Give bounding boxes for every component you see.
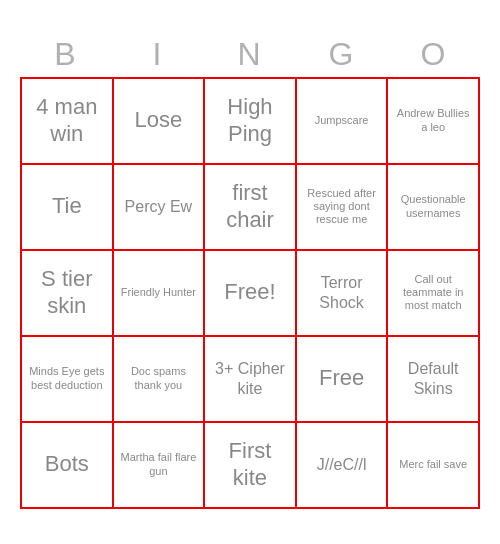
bingo-cell-3: Jumpscare: [297, 79, 389, 165]
bingo-cell-0: 4 man win: [22, 79, 114, 165]
bingo-cell-22: First kite: [205, 423, 297, 509]
bingo-cell-13: Terror Shock: [297, 251, 389, 337]
bingo-cell-10: S tier skin: [22, 251, 114, 337]
bingo-cell-6: Percy Ew: [114, 165, 206, 251]
bingo-cell-5: Tie: [22, 165, 114, 251]
bingo-board: B I N G O 4 man winLoseHigh PingJumpscar…: [10, 26, 490, 519]
bingo-grid: 4 man winLoseHigh PingJumpscareAndrew Bu…: [20, 77, 480, 509]
bingo-cell-8: Rescued after saying dont rescue me: [297, 165, 389, 251]
bingo-cell-18: Free: [297, 337, 389, 423]
bingo-cell-14: Call out teammate in most match: [388, 251, 480, 337]
bingo-cell-1: Lose: [114, 79, 206, 165]
bingo-cell-11: Friendly Hunter: [114, 251, 206, 337]
header-n: N: [204, 36, 296, 73]
bingo-cell-19: Default Skins: [388, 337, 480, 423]
header-o: O: [388, 36, 480, 73]
bingo-cell-17: 3+ Cipher kite: [205, 337, 297, 423]
header-i: I: [112, 36, 204, 73]
bingo-cell-21: Martha fail flare gun: [114, 423, 206, 509]
bingo-cell-20: Bots: [22, 423, 114, 509]
bingo-cell-2: High Ping: [205, 79, 297, 165]
bingo-cell-15: Minds Eye gets best deduction: [22, 337, 114, 423]
bingo-cell-23: J//eC//l: [297, 423, 389, 509]
bingo-cell-4: Andrew Bullies a leo: [388, 79, 480, 165]
header-b: B: [20, 36, 112, 73]
bingo-cell-9: Questionable usernames: [388, 165, 480, 251]
header-g: G: [296, 36, 388, 73]
bingo-cell-12: Free!: [205, 251, 297, 337]
bingo-cell-24: Merc fail save: [388, 423, 480, 509]
bingo-cell-16: Doc spams thank you: [114, 337, 206, 423]
bingo-header: B I N G O: [20, 36, 480, 73]
bingo-cell-7: first chair: [205, 165, 297, 251]
